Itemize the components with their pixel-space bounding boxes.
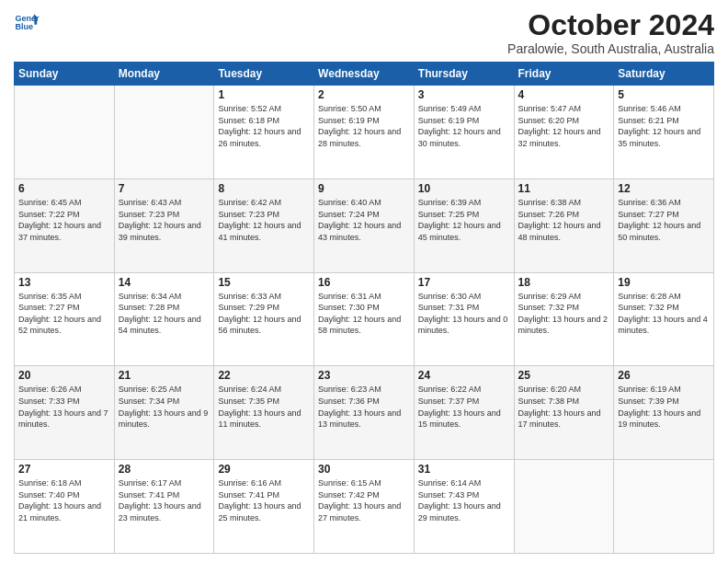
day-info: Sunrise: 6:40 AM Sunset: 7:24 PM Dayligh… [318,197,410,243]
calendar-cell: 6Sunrise: 6:45 AM Sunset: 7:22 PM Daylig… [15,178,115,272]
page: General Blue October 2024 Paralowie, Sou… [0,0,728,563]
calendar-cell: 27Sunrise: 6:18 AM Sunset: 7:40 PM Dayli… [15,460,115,554]
calendar-cell: 16Sunrise: 6:31 AM Sunset: 7:30 PM Dayli… [314,272,415,366]
calendar-cell: 22Sunrise: 6:24 AM Sunset: 7:35 PM Dayli… [214,366,314,460]
title-block: October 2024 Paralowie, South Australia,… [507,9,714,56]
calendar-week-row-3: 20Sunrise: 6:26 AM Sunset: 7:33 PM Dayli… [15,366,714,460]
day-number: 10 [418,182,510,195]
calendar-cell: 11Sunrise: 6:38 AM Sunset: 7:26 PM Dayli… [514,178,614,272]
calendar-cell: 3Sunrise: 5:49 AM Sunset: 6:19 PM Daylig… [414,86,514,179]
day-info: Sunrise: 5:46 AM Sunset: 6:21 PM Dayligh… [618,103,710,149]
calendar-cell [15,86,115,179]
day-number: 19 [618,276,710,289]
calendar-cell: 26Sunrise: 6:19 AM Sunset: 7:39 PM Dayli… [614,366,714,460]
col-thursday: Thursday [414,63,514,86]
day-info: Sunrise: 6:19 AM Sunset: 7:39 PM Dayligh… [618,384,710,430]
calendar-cell: 18Sunrise: 6:29 AM Sunset: 7:32 PM Dayli… [514,272,614,366]
day-number: 21 [119,369,210,382]
day-number: 24 [418,369,510,382]
day-info: Sunrise: 6:23 AM Sunset: 7:36 PM Dayligh… [318,384,410,430]
day-number: 7 [119,182,210,195]
day-info: Sunrise: 6:20 AM Sunset: 7:38 PM Dayligh… [518,384,610,430]
day-number: 13 [18,276,110,289]
calendar-cell: 24Sunrise: 6:22 AM Sunset: 7:37 PM Dayli… [414,366,514,460]
day-info: Sunrise: 6:30 AM Sunset: 7:31 PM Dayligh… [418,291,510,337]
day-info: Sunrise: 6:28 AM Sunset: 7:32 PM Dayligh… [618,291,710,337]
calendar-cell: 10Sunrise: 6:39 AM Sunset: 7:25 PM Dayli… [414,178,514,272]
day-number: 31 [418,463,510,476]
col-saturday: Saturday [614,63,714,86]
calendar-cell: 28Sunrise: 6:17 AM Sunset: 7:41 PM Dayli… [114,460,214,554]
day-info: Sunrise: 6:25 AM Sunset: 7:34 PM Dayligh… [119,384,210,430]
col-wednesday: Wednesday [314,63,415,86]
day-info: Sunrise: 6:35 AM Sunset: 7:27 PM Dayligh… [18,291,110,337]
calendar-cell [514,460,614,554]
day-number: 26 [618,369,710,382]
calendar-header-row: Sunday Monday Tuesday Wednesday Thursday… [15,63,714,86]
day-number: 27 [18,463,110,476]
calendar-cell: 8Sunrise: 6:42 AM Sunset: 7:23 PM Daylig… [214,178,314,272]
day-number: 9 [318,182,410,195]
day-info: Sunrise: 6:17 AM Sunset: 7:41 PM Dayligh… [119,477,210,523]
day-info: Sunrise: 6:16 AM Sunset: 7:41 PM Dayligh… [218,477,310,523]
day-number: 20 [18,369,110,382]
calendar-cell: 4Sunrise: 5:47 AM Sunset: 6:20 PM Daylig… [514,86,614,179]
day-number: 3 [418,88,510,101]
svg-text:Blue: Blue [15,22,33,31]
day-info: Sunrise: 6:38 AM Sunset: 7:26 PM Dayligh… [518,197,610,243]
day-info: Sunrise: 5:52 AM Sunset: 6:18 PM Dayligh… [218,103,310,149]
day-number: 4 [518,88,610,101]
calendar-table: Sunday Monday Tuesday Wednesday Thursday… [14,62,714,554]
day-info: Sunrise: 6:43 AM Sunset: 7:23 PM Dayligh… [119,197,210,243]
logo-icon: General Blue [14,9,40,35]
calendar-cell: 13Sunrise: 6:35 AM Sunset: 7:27 PM Dayli… [15,272,115,366]
calendar-cell: 12Sunrise: 6:36 AM Sunset: 7:27 PM Dayli… [614,178,714,272]
calendar-week-row-1: 6Sunrise: 6:45 AM Sunset: 7:22 PM Daylig… [15,178,714,272]
day-number: 17 [418,276,510,289]
day-number: 1 [218,88,310,101]
calendar-week-row-2: 13Sunrise: 6:35 AM Sunset: 7:27 PM Dayli… [15,272,714,366]
day-info: Sunrise: 5:50 AM Sunset: 6:19 PM Dayligh… [318,103,410,149]
col-friday: Friday [514,63,614,86]
day-number: 25 [518,369,610,382]
calendar-cell: 14Sunrise: 6:34 AM Sunset: 7:28 PM Dayli… [114,272,214,366]
day-info: Sunrise: 6:22 AM Sunset: 7:37 PM Dayligh… [418,384,510,430]
logo: General Blue [14,9,40,35]
day-number: 15 [218,276,310,289]
calendar-cell: 21Sunrise: 6:25 AM Sunset: 7:34 PM Dayli… [114,366,214,460]
day-number: 11 [518,182,610,195]
calendar-cell: 30Sunrise: 6:15 AM Sunset: 7:42 PM Dayli… [314,460,415,554]
day-number: 2 [318,88,410,101]
calendar-cell: 5Sunrise: 5:46 AM Sunset: 6:21 PM Daylig… [614,86,714,179]
calendar-cell: 31Sunrise: 6:14 AM Sunset: 7:43 PM Dayli… [414,460,514,554]
month-title: October 2024 [507,9,714,41]
day-number: 23 [318,369,410,382]
calendar-cell: 25Sunrise: 6:20 AM Sunset: 7:38 PM Dayli… [514,366,614,460]
day-number: 12 [618,182,710,195]
day-info: Sunrise: 6:26 AM Sunset: 7:33 PM Dayligh… [18,384,110,430]
col-tuesday: Tuesday [214,63,314,86]
location-title: Paralowie, South Australia, Australia [507,41,714,56]
day-info: Sunrise: 6:42 AM Sunset: 7:23 PM Dayligh… [218,197,310,243]
calendar-week-row-0: 1Sunrise: 5:52 AM Sunset: 6:18 PM Daylig… [15,86,714,179]
day-info: Sunrise: 6:39 AM Sunset: 7:25 PM Dayligh… [418,197,510,243]
calendar-cell: 1Sunrise: 5:52 AM Sunset: 6:18 PM Daylig… [214,86,314,179]
calendar-cell: 17Sunrise: 6:30 AM Sunset: 7:31 PM Dayli… [414,272,514,366]
day-info: Sunrise: 6:18 AM Sunset: 7:40 PM Dayligh… [18,477,110,523]
col-monday: Monday [114,63,214,86]
day-info: Sunrise: 6:29 AM Sunset: 7:32 PM Dayligh… [518,291,610,337]
calendar-cell: 15Sunrise: 6:33 AM Sunset: 7:29 PM Dayli… [214,272,314,366]
calendar-week-row-4: 27Sunrise: 6:18 AM Sunset: 7:40 PM Dayli… [15,460,714,554]
day-number: 14 [119,276,210,289]
calendar-cell: 7Sunrise: 6:43 AM Sunset: 7:23 PM Daylig… [114,178,214,272]
day-number: 16 [318,276,410,289]
calendar-cell [114,86,214,179]
day-info: Sunrise: 6:34 AM Sunset: 7:28 PM Dayligh… [119,291,210,337]
day-info: Sunrise: 6:24 AM Sunset: 7:35 PM Dayligh… [218,384,310,430]
day-info: Sunrise: 6:31 AM Sunset: 7:30 PM Dayligh… [318,291,410,337]
calendar-cell: 9Sunrise: 6:40 AM Sunset: 7:24 PM Daylig… [314,178,415,272]
calendar-cell [614,460,714,554]
day-info: Sunrise: 6:45 AM Sunset: 7:22 PM Dayligh… [18,197,110,243]
day-number: 29 [218,463,310,476]
day-info: Sunrise: 5:47 AM Sunset: 6:20 PM Dayligh… [518,103,610,149]
